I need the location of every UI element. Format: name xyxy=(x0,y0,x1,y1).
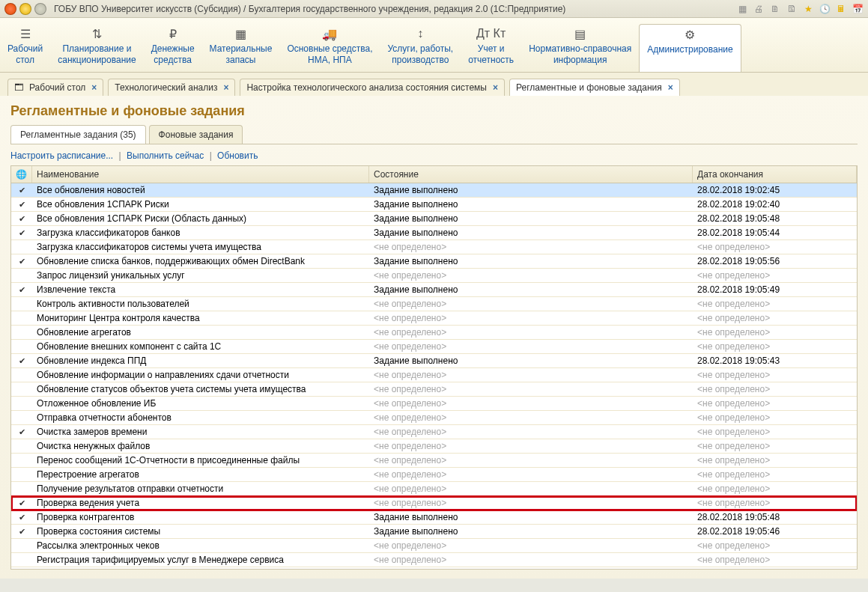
table-row[interactable]: Очистка замеров времени<не определено><н… xyxy=(11,425,857,439)
table-row[interactable]: Проверка ведения учета<не определено><не… xyxy=(11,496,857,510)
window-close-icon[interactable] xyxy=(4,3,16,15)
row-check[interactable] xyxy=(11,246,32,248)
table-body[interactable]: Все обновления новостейЗадание выполнено… xyxy=(11,183,857,570)
table-row[interactable]: Загрузка классификаторов банковЗадание в… xyxy=(11,226,857,240)
table-row[interactable]: Все обновления 1СПАРК Риски (Область дан… xyxy=(11,212,857,226)
window-tab[interactable]: 🗔Рабочий стол× xyxy=(7,79,103,96)
row-check[interactable] xyxy=(11,568,32,570)
table-row[interactable]: Мониторинг Центра контроля качества<не о… xyxy=(11,311,857,326)
row-check[interactable] xyxy=(11,184,32,196)
row-check[interactable] xyxy=(11,374,32,376)
star-icon[interactable]: ★ xyxy=(802,4,814,14)
row-check[interactable] xyxy=(11,198,32,210)
close-icon[interactable]: × xyxy=(668,82,673,93)
table-row[interactable]: Обновление индекса ППДЗадание выполнено2… xyxy=(11,354,857,368)
table-row[interactable]: Отправка отчетности абонентов<не определ… xyxy=(11,411,857,425)
tool-icon[interactable]: 🖨 xyxy=(753,4,765,14)
section-item[interactable]: ▦Материальныезапасы xyxy=(202,24,280,72)
section-item[interactable]: ⚙Администрирование xyxy=(639,24,741,72)
table-row[interactable]: Проверка состояния системыЗадание выполн… xyxy=(11,525,857,539)
section-item[interactable]: ☰Рабочийстол xyxy=(0,24,50,72)
row-check[interactable] xyxy=(11,559,32,561)
table-row[interactable]: Проверка контрагентовЗадание выполнено28… xyxy=(11,510,857,525)
row-check[interactable] xyxy=(11,511,32,523)
section-item[interactable]: ↕Услуги, работы,производство xyxy=(380,24,461,72)
close-icon[interactable]: × xyxy=(223,82,228,93)
row-check[interactable] xyxy=(11,255,32,267)
table-row[interactable]: Регистрация тарифицируемых услуг в Менед… xyxy=(11,553,857,567)
window-tab[interactable]: Настройка технологического анализа состо… xyxy=(240,79,505,96)
calc-icon[interactable]: 🖩 xyxy=(835,4,847,14)
window-tab[interactable]: Технологический анализ× xyxy=(108,79,235,96)
table-row[interactable]: Обновление списка банков, поддерживающих… xyxy=(11,254,857,269)
table-row[interactable]: Получение результатов отправки отчетност… xyxy=(11,482,857,496)
table-row[interactable]: Сбор и отправка статистикиЗадание выполн… xyxy=(11,567,857,570)
tool-icon[interactable]: 🖻 xyxy=(786,4,798,14)
table-row[interactable]: Очистка ненужных файлов<не определено><н… xyxy=(11,439,857,454)
content-area: Регламентные и фоновые задания Регламент… xyxy=(0,96,868,579)
row-check[interactable] xyxy=(11,497,32,509)
column-header-status-icon[interactable]: 🌐 xyxy=(11,166,32,183)
table-row[interactable]: Запрос лицензий уникальных услуг<не опре… xyxy=(11,269,857,283)
table-row[interactable]: Загрузка классификаторов системы учета и… xyxy=(11,240,857,254)
column-header-date[interactable]: Дата окончания xyxy=(693,166,857,183)
column-header-state[interactable]: Состояние xyxy=(369,166,693,183)
row-check[interactable] xyxy=(11,488,32,489)
table-row[interactable]: Обновление статусов объектов учета систе… xyxy=(11,382,857,397)
row-check[interactable] xyxy=(11,284,32,296)
row-check[interactable] xyxy=(11,474,32,475)
table-row[interactable]: Все обновления новостейЗадание выполнено… xyxy=(11,183,857,198)
window-tab[interactable]: Регламентные и фоновые задания× xyxy=(509,79,680,96)
section-label: Услуги, работы,производство xyxy=(387,43,453,66)
row-check[interactable] xyxy=(11,403,32,404)
column-header-name[interactable]: Наименование xyxy=(32,166,369,183)
window-maximize-icon[interactable] xyxy=(34,3,46,15)
table-row[interactable]: Перестроение агрегатов<не определено><не… xyxy=(11,468,857,482)
row-check[interactable] xyxy=(11,525,32,537)
history-icon[interactable]: 🕓 xyxy=(819,4,831,14)
row-check[interactable] xyxy=(11,445,32,447)
section-item[interactable]: ⇅Планирование исанкционирование xyxy=(50,24,143,72)
table-row[interactable]: Обновление внешних компонент с сайта 1С<… xyxy=(11,340,857,354)
table-row[interactable]: Обновление агрегатов<не определено><не о… xyxy=(11,326,857,340)
row-check[interactable] xyxy=(11,426,32,438)
sub-tab[interactable]: Регламентные задания (35) xyxy=(10,125,146,144)
close-icon[interactable]: × xyxy=(493,82,498,93)
row-check[interactable] xyxy=(11,275,32,276)
tool-icon[interactable]: 🗎 xyxy=(769,4,781,14)
row-name: Проверка состояния системы xyxy=(32,525,369,537)
schedule-link[interactable]: Настроить расписание... xyxy=(10,150,113,161)
close-icon[interactable]: × xyxy=(91,82,97,93)
row-check[interactable] xyxy=(11,303,32,305)
row-check[interactable] xyxy=(11,545,32,546)
row-check[interactable] xyxy=(11,388,32,390)
tool-icon[interactable]: ▦ xyxy=(736,4,748,14)
run-now-link[interactable]: Выполнить сейчас xyxy=(127,150,204,161)
sub-tab[interactable]: Фоновые задания xyxy=(149,125,243,144)
calendar-icon[interactable]: 📅 xyxy=(852,4,864,14)
section-item[interactable]: Дт КтУчет иотчетность xyxy=(461,24,521,72)
row-check[interactable] xyxy=(11,460,32,461)
section-label: Денежныесредства xyxy=(151,43,195,66)
row-check[interactable] xyxy=(11,213,32,225)
table-row[interactable]: Обновление информации о направлениях сда… xyxy=(11,368,857,382)
row-check[interactable] xyxy=(11,355,32,367)
window-minimize-icon[interactable] xyxy=(19,3,31,15)
section-item[interactable]: ₽Денежныесредства xyxy=(144,24,202,72)
table-row[interactable]: Рассылка электронных чеков<не определено… xyxy=(11,539,857,553)
row-date: <не определено> xyxy=(693,369,857,381)
table-row[interactable]: Отложенное обновление ИБ<не определено><… xyxy=(11,397,857,411)
table-row[interactable]: Перенос сообщений 1С-Отчетности в присое… xyxy=(11,454,857,468)
section-item[interactable]: ▤Нормативно-справочнаяинформация xyxy=(521,24,639,72)
refresh-link[interactable]: Обновить xyxy=(217,150,258,161)
row-check[interactable] xyxy=(11,417,32,418)
row-check[interactable] xyxy=(11,332,32,333)
row-check[interactable] xyxy=(11,227,32,239)
table-row[interactable]: Все обновления 1СПАРК РискиЗадание выпол… xyxy=(11,198,857,212)
title-toolbar: ▦ 🖨 🗎 🖻 ★ 🕓 🖩 📅 xyxy=(736,4,864,14)
row-check[interactable] xyxy=(11,317,32,319)
section-item[interactable]: 🚚Основные средства,НМА, НПА xyxy=(279,24,380,72)
table-row[interactable]: Контроль активности пользователей<не опр… xyxy=(11,297,857,311)
table-row[interactable]: Извлечение текстаЗадание выполнено28.02.… xyxy=(11,283,857,297)
row-check[interactable] xyxy=(11,346,32,347)
